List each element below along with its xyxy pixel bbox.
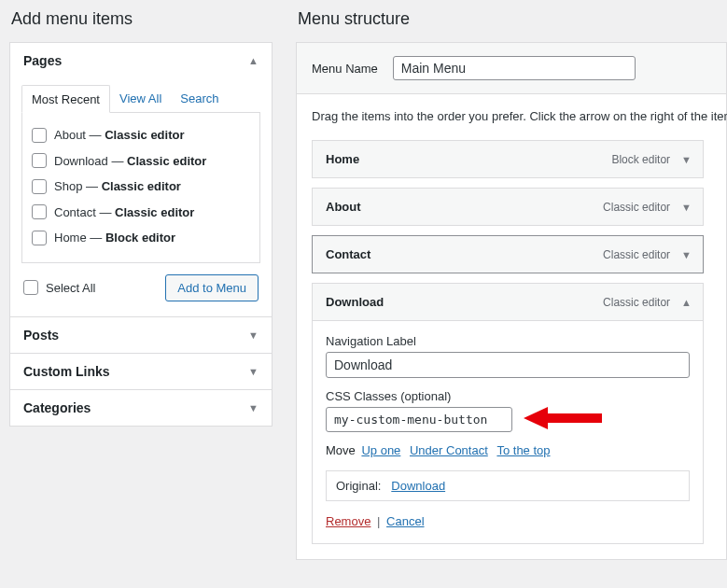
page-suffix: Block editor [90,231,175,245]
page-title: Download [54,154,108,168]
tab-most-recent[interactable]: Most Recent [21,85,110,113]
menu-item-title: Home [326,152,359,166]
page-suffix: Classic editor [111,154,206,168]
select-all-label: Select All [46,281,95,295]
drag-hint-text: Drag the items into the order you prefer… [312,109,726,123]
chevron-down-icon[interactable]: ▼ [681,249,692,260]
menu-item-title: About [326,200,361,214]
menu-name-label: Menu Name [312,62,378,76]
menu-item-download[interactable]: Download Classic editor ▲ [312,283,704,321]
svg-marker-0 [524,407,602,429]
checkbox[interactable] [32,231,47,245]
select-all-checkbox[interactable] [23,280,38,295]
move-up-link[interactable]: Up one [361,443,400,457]
page-item: About Classic editor [32,122,250,148]
accordion-title: Posts [23,328,59,343]
nav-label-input[interactable] [326,352,690,378]
move-under-link[interactable]: Under Contact [410,443,488,457]
menu-item-home[interactable]: Home Block editor ▼ [312,140,704,178]
pages-tabs: Most Recent View All Search [21,84,260,113]
select-all-row: Select All [23,280,95,295]
page-title: Home [54,231,87,245]
checkbox[interactable] [32,204,47,219]
page-item: Shop Classic editor [32,174,250,200]
page-item: Download Classic editor [32,148,250,175]
annotation-arrow-icon [524,407,602,429]
checkbox[interactable] [32,179,47,194]
chevron-down-icon[interactable]: ▼ [681,154,692,165]
chevron-up-icon: ▲ [248,55,259,66]
accordion-title: Pages [23,53,62,68]
page-title: About [54,128,86,142]
menu-name-input[interactable] [393,56,636,80]
original-link[interactable]: Download [391,479,445,493]
page-suffix: Classic editor [90,128,185,142]
menu-item-contact[interactable]: Contact Classic editor ▼ [312,235,704,273]
page-suffix: Classic editor [86,179,181,193]
chevron-down-icon: ▼ [248,366,259,377]
menu-name-bar: Menu Name [296,42,727,93]
cancel-link[interactable]: Cancel [386,514,424,528]
page-item: Contact Classic editor [32,200,250,226]
accordion-pages-header[interactable]: Pages ▲ [10,43,272,78]
chevron-up-icon[interactable]: ▲ [681,297,692,308]
accordion-title: Custom Links [23,364,110,379]
css-classes-label: CSS Classes (optional) [326,389,690,403]
css-classes-input[interactable] [326,407,512,432]
add-to-menu-button[interactable]: Add to Menu [165,274,259,301]
right-heading: Menu structure [296,9,727,29]
original-box: Original: Download [326,470,690,501]
checkbox[interactable] [32,128,47,143]
menu-item-title: Download [326,295,384,309]
move-top-link[interactable]: To the top [496,443,550,457]
accordion-posts-header[interactable]: Posts ▼ [10,317,272,353]
separator: | [377,514,380,528]
menu-item-title: Contact [326,247,370,261]
left-heading: Add menu items [9,9,273,29]
menu-item-type: Classic editor [603,248,670,261]
accordion-title: Categories [23,400,91,415]
nav-label-label: Navigation Label [326,334,690,348]
accordion-categories-header[interactable]: Categories ▼ [10,390,272,426]
chevron-down-icon: ▼ [248,402,259,413]
pages-list: About Classic editor Download Classic ed… [21,113,260,263]
page-title: Contact [54,205,96,219]
original-label: Original: [336,479,381,493]
chevron-down-icon: ▼ [248,329,259,341]
accordion-custom-links-header[interactable]: Custom Links ▼ [10,354,272,389]
add-items-accordion: Pages ▲ Most Recent View All Search Abou… [9,42,273,427]
menu-item-editor: Navigation Label CSS Classes (optional) [312,321,704,544]
page-suffix: Classic editor [99,205,194,219]
menu-item-type: Classic editor [603,201,670,214]
page-title: Shop [54,179,82,193]
page-item: Home Block editor [32,225,250,251]
move-controls: Move Up one Under Contact To the top [326,443,690,457]
menu-item-type: Block editor [611,153,670,166]
remove-link[interactable]: Remove [326,514,370,528]
menu-structure-body: Drag the items into the order you prefer… [296,93,727,560]
chevron-down-icon[interactable]: ▼ [681,202,692,213]
move-label: Move [326,443,356,457]
tab-search[interactable]: Search [171,85,228,113]
checkbox[interactable] [32,153,47,168]
menu-item-type: Classic editor [603,296,670,309]
tab-view-all[interactable]: View All [110,85,171,113]
menu-item-about[interactable]: About Classic editor ▼ [312,188,704,226]
